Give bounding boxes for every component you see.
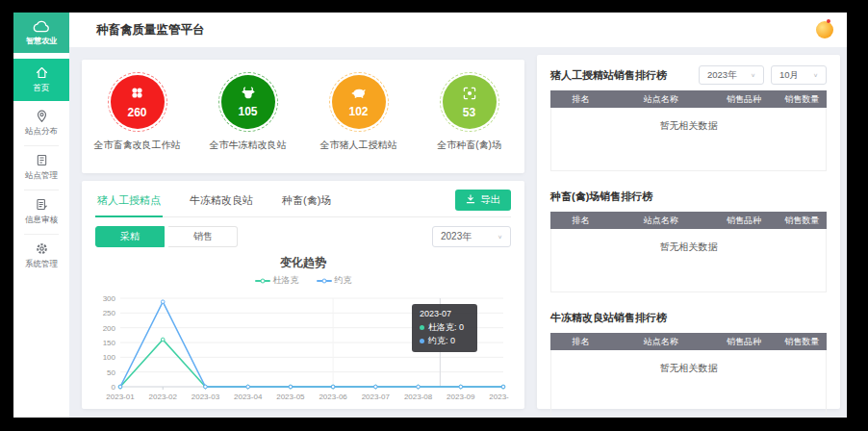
stat-ring: 53 bbox=[440, 72, 499, 132]
svg-text:300: 300 bbox=[103, 294, 116, 303]
rankings-card: 猪人工授精站销售排行榜 2023年 ∨ 10月 ∨ bbox=[537, 55, 840, 409]
table-header: 排名 站点名称 销售品种 销售数量 bbox=[550, 333, 827, 350]
app-frame: 智慧农业 首页 站点分布 站点管理 信息审核 bbox=[13, 13, 847, 418]
chevron-down-icon: ∨ bbox=[813, 72, 818, 78]
stat-cattle-frozen-semen-stations: 105 全市牛冻精改良站 bbox=[192, 72, 303, 152]
sidebar-item-site-management[interactable]: 站点管理 bbox=[13, 145, 69, 190]
ranking-pig-ai-sales: 猪人工授精站销售排行榜 2023年 ∨ 10月 ∨ bbox=[550, 63, 827, 171]
trend-chart-card: 猪人工授精点 牛冻精改良站 种畜(禽)场 导出 采精 销售 bbox=[82, 181, 524, 409]
trend-chart-svg[interactable]: 0501001502002503002023-012023-022023-032… bbox=[95, 291, 509, 406]
app-logo: 智慧农业 bbox=[13, 13, 69, 53]
svg-text:2023-10: 2023-10 bbox=[489, 393, 509, 401]
stat-label: 全市猪人工授精站 bbox=[303, 139, 414, 152]
main-content: 260 全市畜禽改良工作站 105 全市牛冻精改良站 bbox=[69, 47, 847, 418]
stat-circle: 105 bbox=[221, 75, 275, 129]
stats-card: 260 全市畜禽改良工作站 105 全市牛冻精改良站 bbox=[82, 60, 524, 173]
home-icon bbox=[35, 65, 49, 80]
stat-circle: 102 bbox=[332, 75, 386, 129]
chevron-down-icon: ∨ bbox=[751, 72, 755, 78]
cloud-icon bbox=[31, 20, 52, 34]
svg-text:150: 150 bbox=[103, 339, 116, 347]
stat-label: 全市畜禽改良工作站 bbox=[82, 139, 192, 152]
empty-state: 暂无相关数据 bbox=[550, 229, 827, 292]
toggle-collection[interactable]: 采精 bbox=[95, 226, 165, 247]
ranking-title: 猪人工授精站销售排行榜 bbox=[550, 68, 667, 83]
svg-text:2023-05: 2023-05 bbox=[276, 393, 305, 401]
sidebar-item-system-management[interactable]: 系统管理 bbox=[13, 234, 69, 278]
toggle-sales[interactable]: 销售 bbox=[168, 226, 238, 247]
tab-pig-ai-point[interactable]: 猪人工授精点 bbox=[95, 190, 163, 217]
sidebar-item-label: 系统管理 bbox=[25, 259, 58, 270]
audit-icon bbox=[35, 197, 49, 212]
trend-chart[interactable]: 0501001502002503002023-012023-022023-032… bbox=[95, 291, 511, 406]
page-title: 种畜禽质量监管平台 bbox=[96, 22, 205, 38]
sidebar-item-label: 信息审核 bbox=[25, 215, 58, 226]
clover-icon bbox=[129, 85, 145, 105]
tab-breeding-farm[interactable]: 种畜(禽)场 bbox=[280, 190, 333, 216]
svg-text:100: 100 bbox=[103, 353, 116, 362]
stat-ring: 102 bbox=[329, 72, 389, 132]
ranking-title: 牛冻精改良站销售排行榜 bbox=[550, 311, 667, 325]
chart-title: 变化趋势 bbox=[95, 255, 511, 271]
legend-marker-icon bbox=[255, 280, 270, 282]
svg-text:2023-04: 2023-04 bbox=[234, 393, 263, 401]
stat-pig-ai-stations: 102 全市猪人工授精站 bbox=[303, 72, 414, 152]
left-column: 260 全市畜禽改良工作站 105 全市牛冻精改良站 bbox=[82, 60, 524, 409]
ranking-month-select[interactable]: 10月 ∨ bbox=[771, 65, 827, 85]
ranking-year-select[interactable]: 2023年 ∨ bbox=[699, 65, 764, 85]
ranking-cattle-frozen-semen-sales: 牛冻精改良站销售排行榜 排名 站点名称 销售品种 销售数量 暂无相关数据 bbox=[550, 305, 827, 418]
svg-text:2023-01: 2023-01 bbox=[106, 393, 135, 401]
stat-value: 260 bbox=[127, 106, 146, 119]
legend-item-yorkshire[interactable]: 约克 bbox=[317, 274, 352, 287]
export-label: 导出 bbox=[480, 193, 500, 207]
download-icon bbox=[466, 194, 475, 206]
stat-breeding-farms: 53 全市种畜(禽)场 bbox=[414, 72, 524, 152]
stat-label: 全市种畜(禽)场 bbox=[414, 139, 524, 152]
stat-value: 102 bbox=[348, 105, 368, 118]
sidebar-item-label: 站点管理 bbox=[25, 170, 58, 182]
topbar: 种畜禽质量监管平台 bbox=[69, 13, 847, 47]
legend-item-duroc[interactable]: 杜洛克 bbox=[255, 274, 299, 287]
export-button[interactable]: 导出 bbox=[455, 190, 511, 211]
empty-state: 暂无相关数据 bbox=[550, 108, 827, 171]
pig-icon bbox=[350, 86, 368, 104]
sidebar: 智慧农业 首页 站点分布 站点管理 信息审核 bbox=[13, 13, 69, 418]
sidebar-item-site-distribution[interactable]: 站点分布 bbox=[13, 101, 69, 145]
ranking-title: 种畜(禽)场销售排行榜 bbox=[550, 190, 652, 204]
stat-circle: 260 bbox=[111, 75, 165, 129]
stat-label: 全市牛冻精改良站 bbox=[192, 139, 303, 152]
cow-icon bbox=[240, 86, 257, 104]
chevron-down-icon: ∨ bbox=[498, 234, 502, 240]
sidebar-item-info-review[interactable]: 信息审核 bbox=[13, 190, 69, 234]
svg-text:2023-02: 2023-02 bbox=[149, 393, 178, 401]
table-header: 排名 站点名称 销售品种 销售数量 bbox=[550, 212, 827, 229]
svg-text:2023-07: 2023-07 bbox=[362, 393, 391, 401]
svg-text:2023-06: 2023-06 bbox=[319, 393, 347, 401]
brand-label: 智慧农业 bbox=[26, 36, 57, 46]
sidebar-item-label: 首页 bbox=[34, 83, 50, 94]
building-icon bbox=[35, 153, 49, 167]
svg-text:2023-03: 2023-03 bbox=[191, 393, 220, 401]
svg-text:250: 250 bbox=[103, 309, 116, 317]
user-avatar[interactable] bbox=[816, 21, 833, 38]
legend-marker-icon bbox=[317, 280, 332, 282]
chart-controls: 采精 销售 2023年 ∨ bbox=[95, 226, 511, 247]
stat-ring: 260 bbox=[108, 72, 167, 132]
chart-legend: 杜洛克 约克 bbox=[95, 274, 511, 287]
table-header: 排名 站点名称 销售品种 销售数量 bbox=[550, 90, 827, 108]
right-column: 猪人工授精站销售排行榜 2023年 ∨ 10月 ∨ bbox=[537, 55, 840, 409]
empty-state: 暂无相关数据 bbox=[550, 350, 827, 418]
metric-toggle-group: 采精 销售 bbox=[95, 226, 238, 247]
stat-ring: 105 bbox=[218, 72, 278, 132]
chart-year-select[interactable]: 2023年 ∨ bbox=[432, 226, 511, 247]
svg-text:2023-08: 2023-08 bbox=[404, 393, 433, 401]
stat-circle: 53 bbox=[443, 75, 497, 129]
tab-cattle-frozen-semen-station[interactable]: 牛冻精改良站 bbox=[188, 190, 255, 216]
svg-text:2023-09: 2023-09 bbox=[447, 393, 475, 401]
map-pin-icon bbox=[35, 109, 49, 123]
sidebar-item-label: 站点分布 bbox=[25, 126, 58, 138]
sidebar-item-home[interactable]: 首页 bbox=[13, 59, 69, 101]
chart-tabs: 猪人工授精点 牛冻精改良站 种畜(禽)场 导出 bbox=[95, 190, 511, 217]
stat-value: 53 bbox=[463, 106, 475, 119]
ranking-breeding-farm-sales: 种畜(禽)场销售排行榜 排名 站点名称 销售品种 销售数量 暂无相关数据 bbox=[550, 184, 827, 292]
